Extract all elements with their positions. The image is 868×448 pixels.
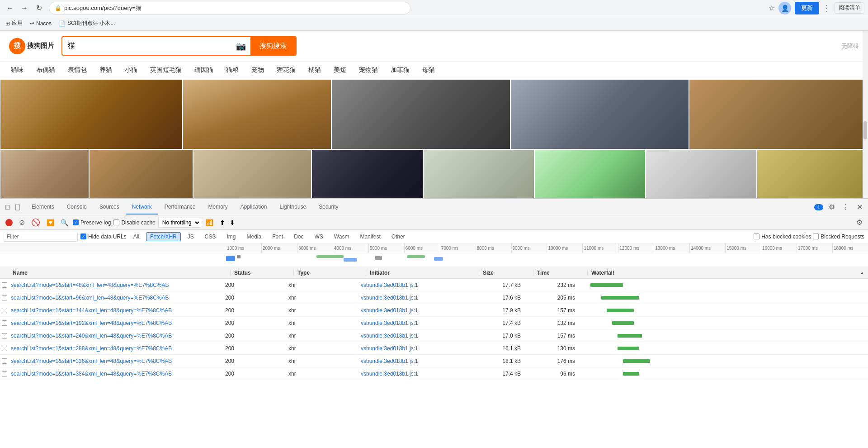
hide-data-urls-checkbox[interactable] xyxy=(80,234,86,239)
bookmark-apps[interactable]: ⊞ 应用 xyxy=(5,19,23,27)
page-scrollbar[interactable] xyxy=(863,31,868,198)
row-checkbox-0[interactable] xyxy=(0,282,9,288)
row-name-2[interactable]: searchList?mode=1&start=144&xml_len=48&q… xyxy=(9,307,222,314)
header-waterfall[interactable]: Waterfall ▲ xyxy=(588,270,868,276)
sogou-search-button[interactable]: 搜狗搜索 xyxy=(250,37,296,55)
disable-cache-checkbox[interactable] xyxy=(113,219,119,225)
cat-image-10[interactable] xyxy=(423,149,534,198)
reader-button[interactable]: 阅读清单 xyxy=(835,2,864,14)
update-button[interactable]: 更新 xyxy=(795,2,819,14)
cat-image-2[interactable] xyxy=(183,79,332,149)
row-name-7[interactable]: searchList?mode=1&start=384&xml_len=48&q… xyxy=(9,371,222,377)
tab-memory[interactable]: Memory xyxy=(202,200,234,214)
inspect-element-button[interactable]: □ xyxy=(4,201,12,213)
cat-狸花猫[interactable]: 狸花猫 xyxy=(275,65,297,75)
row-checkbox-5[interactable] xyxy=(0,346,9,351)
cat-image-5[interactable] xyxy=(689,79,868,149)
row-name-1[interactable]: searchList?mode=1&start=96&xml_len=48&qu… xyxy=(9,295,222,301)
row-initiator-5[interactable]: vsbundle.3ed018b1.js:1 xyxy=(357,345,470,352)
filter-input[interactable] xyxy=(4,232,78,242)
header-status[interactable]: Status xyxy=(231,270,294,276)
row-initiator-6[interactable]: vsbundle.3ed018b1.js:1 xyxy=(357,358,470,364)
table-row[interactable]: searchList?mode=1&start=192&xml_len=48&q… xyxy=(0,317,868,329)
cat-image-9[interactable] xyxy=(311,149,423,198)
devtools-close-button[interactable]: ✕ xyxy=(855,201,864,213)
filter-other[interactable]: Other xyxy=(387,232,409,241)
table-row[interactable]: searchList?mode=1&start=288&xml_len=48&q… xyxy=(0,342,868,355)
devtools-more-button[interactable]: ⋮ xyxy=(840,201,851,213)
camera-icon[interactable]: 📷 xyxy=(231,41,250,51)
reload-button[interactable]: ↻ xyxy=(33,2,45,14)
profile-icon[interactable]: 👤 xyxy=(778,2,791,14)
cat-image-12[interactable] xyxy=(646,149,757,198)
cat-缅因猫[interactable]: 缅因猫 xyxy=(193,65,215,75)
cat-image-6[interactable] xyxy=(0,149,89,198)
header-size[interactable]: Size xyxy=(479,270,533,276)
record-button[interactable] xyxy=(4,217,14,228)
tab-network[interactable]: Network xyxy=(126,200,158,214)
table-row[interactable]: searchList?mode=1&start=96&xml_len=48&qu… xyxy=(0,291,868,304)
header-time[interactable]: Time xyxy=(533,270,588,276)
preserve-log-label[interactable]: Preserve log xyxy=(73,219,111,226)
row-checkbox-4[interactable] xyxy=(0,333,9,338)
network-settings-button[interactable]: ⚙ xyxy=(854,216,864,229)
row-name-3[interactable]: searchList?mode=1&start=192&xml_len=48&q… xyxy=(9,320,222,326)
tab-console[interactable]: Console xyxy=(61,200,93,214)
search-button[interactable]: 🔍 xyxy=(59,217,70,228)
row-name-6[interactable]: searchList?mode=1&start=336&xml_len=48&q… xyxy=(9,358,222,364)
tab-security[interactable]: Security xyxy=(312,200,344,214)
clear-button[interactable]: 🚫 xyxy=(29,216,42,229)
row-initiator-4[interactable]: vsbundle.3ed018b1.js:1 xyxy=(357,333,470,339)
throttle-select[interactable]: No throttling xyxy=(158,218,201,228)
cat-image-3[interactable] xyxy=(331,79,510,149)
filter-manifest[interactable]: Manifest xyxy=(356,232,384,241)
filter-wasm[interactable]: Wasm xyxy=(330,232,354,241)
row-checkbox-2[interactable] xyxy=(0,308,9,313)
cat-布偶猫[interactable]: 布偶猫 xyxy=(34,65,57,75)
import-button[interactable]: ⬆ xyxy=(218,217,227,228)
row-checkbox-7[interactable] xyxy=(0,371,9,377)
back-button[interactable]: ← xyxy=(4,2,16,14)
table-row[interactable]: searchList?mode=1&start=48&xml_len=48&qu… xyxy=(0,279,868,291)
cat-image-7[interactable] xyxy=(89,149,193,198)
cat-image-11[interactable] xyxy=(534,149,646,198)
row-name-5[interactable]: searchList?mode=1&start=288&xml_len=48&q… xyxy=(9,345,222,352)
tab-sources[interactable]: Sources xyxy=(93,200,126,214)
has-blocked-cookies-checkbox[interactable] xyxy=(754,234,760,239)
blocked-requests-label[interactable]: Blocked Requests xyxy=(813,234,864,240)
cat-美短[interactable]: 美短 xyxy=(332,65,348,75)
header-name[interactable]: Name xyxy=(9,270,231,276)
sogou-search-input[interactable] xyxy=(62,38,231,54)
bookmark-nacos[interactable]: ↩ Nacos xyxy=(30,20,52,27)
cat-猫粮[interactable]: 猫粮 xyxy=(224,65,241,75)
row-name-0[interactable]: searchList?mode=1&start=48&xml_len=48&qu… xyxy=(9,282,222,288)
table-row[interactable]: searchList?mode=1&start=240&xml_len=48&q… xyxy=(0,329,868,342)
filter-ws[interactable]: WS xyxy=(311,232,327,241)
filter-doc[interactable]: Doc xyxy=(290,232,307,241)
filter-all[interactable]: All xyxy=(129,232,143,241)
cat-宠物猫[interactable]: 宠物猫 xyxy=(357,65,380,75)
bookmark-star-icon[interactable]: ☆ xyxy=(769,4,775,12)
header-initiator[interactable]: Initiator xyxy=(366,270,479,276)
cat-母猫[interactable]: 母猫 xyxy=(420,65,437,75)
has-blocked-cookies-label[interactable]: Has blocked cookies xyxy=(754,234,811,240)
cat-image-4[interactable] xyxy=(510,79,689,149)
filter-media[interactable]: Media xyxy=(242,232,265,241)
tab-elements[interactable]: Elements xyxy=(25,200,61,214)
header-type[interactable]: Type xyxy=(294,270,366,276)
row-initiator-3[interactable]: vsbundle.3ed018b1.js:1 xyxy=(357,320,470,326)
row-checkbox-1[interactable] xyxy=(0,295,9,300)
table-row[interactable]: searchList?mode=1&start=384&xml_len=48&q… xyxy=(0,367,868,380)
stop-recording-button[interactable]: ⊘ xyxy=(17,216,27,229)
cat-image-1[interactable] xyxy=(0,79,183,149)
cat-小猫[interactable]: 小猫 xyxy=(123,65,139,75)
row-initiator-2[interactable]: vsbundle.3ed018b1.js:1 xyxy=(357,307,470,314)
table-row[interactable]: searchList?mode=1&start=144&xml_len=48&q… xyxy=(0,304,868,317)
filter-fetch-xhr[interactable]: Fetch/XHR xyxy=(146,232,181,241)
address-bar[interactable]: 🔒 pic.sogou.com/pics?query=猫 xyxy=(49,2,410,14)
cat-image-8[interactable] xyxy=(193,149,311,198)
bookmark-sci[interactable]: 📄 SCI期刊点评 小木... xyxy=(59,19,115,27)
export-button[interactable]: ⬇ xyxy=(228,217,237,228)
cat-宠物[interactable]: 宠物 xyxy=(250,65,266,75)
row-initiator-0[interactable]: vsbundle.3ed018b1.js:1 xyxy=(357,282,470,288)
